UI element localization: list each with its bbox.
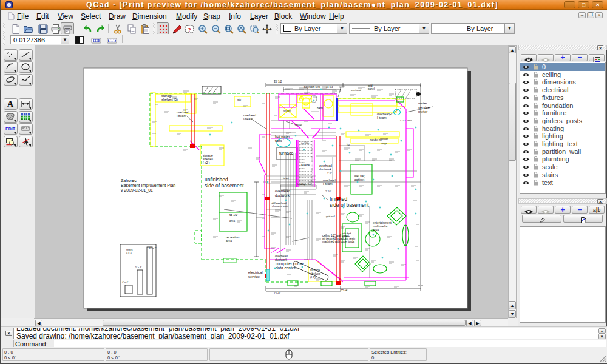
svg-text:data center: data center (276, 266, 296, 270)
svg-text:5' x 4': 5' x 4' (135, 266, 141, 269)
svg-text:1' 6": 1' 6" (327, 172, 332, 175)
svg-text:( x2 ): ( x2 ) (203, 161, 210, 164)
svg-text:shower: shower (283, 109, 292, 112)
svg-text:area: area (226, 239, 232, 243)
svg-text:hot water: hot water (275, 135, 290, 138)
svg-text:bath: bath (317, 106, 323, 110)
svg-text:meter: meter (418, 110, 427, 113)
svg-text:ho: ho (347, 143, 350, 146)
svg-text:4 x 4: 4 x 4 (126, 251, 132, 254)
svg-text:35' 1/2: 35' 1/2 (274, 80, 282, 83)
svg-text:area: area (229, 220, 236, 223)
svg-text:4' x 4': 4' x 4' (122, 281, 128, 284)
svg-text:area: area (373, 228, 379, 232)
svg-text:v 2009-02-01_01: v 2009-02-01_01 (121, 188, 153, 193)
svg-text:machined with upper torda: machined with upper torda (322, 240, 355, 243)
svg-text:clearance point: clearance point (272, 204, 289, 207)
svg-text:sto: sto (237, 98, 242, 101)
svg-text:2' 10": 2' 10" (325, 190, 332, 193)
svg-text:EDIT: EDIT (5, 127, 16, 131)
svg-text:finished: finished (330, 196, 348, 202)
svg-text:side of basement: side of basement (205, 183, 244, 189)
svg-text:15'-8": 15'-8" (274, 292, 281, 295)
svg-text:overhead: overhead (351, 89, 361, 92)
svg-text:electrical: electrical (248, 271, 263, 274)
svg-text:water: water (418, 101, 427, 105)
svg-text:grid wall: grid wall (326, 215, 335, 218)
svg-text:panel: panel (368, 87, 375, 90)
svg-text:side of basement: side of basement (330, 202, 369, 208)
svg-text:I-beam: I-beam (177, 114, 186, 118)
svg-text:fu wo: fu wo (283, 177, 289, 180)
svg-text:unfinished: unfinished (205, 177, 228, 183)
svg-text:35'-4": 35'-4" (341, 288, 348, 292)
svg-text:I-beam: I-beam (377, 116, 387, 120)
svg-text:tank: tank (275, 139, 282, 143)
svg-text:closet: closet (295, 124, 303, 127)
svg-text:overhead: overhead (275, 189, 290, 193)
svg-text:bottom stair: bottom stair (300, 183, 313, 186)
svg-text:stairs: stairs (301, 163, 310, 167)
svg-text:18' x 7': 18' x 7' (149, 246, 157, 249)
svg-text:4' 1/2" wall: 4' 1/2" wall (400, 119, 412, 122)
svg-text:shelves (5): shelves (5) (161, 98, 178, 101)
svg-text:bay/bath sets: bay/bath sets (304, 86, 321, 89)
svg-text:full size: full size (342, 235, 350, 238)
svg-text:top stair: top stair (301, 142, 310, 144)
svg-text:ductwork: ductwork (275, 194, 290, 197)
svg-text:44 3/4: 44 3/4 (326, 86, 333, 89)
svg-text:ductwork: ductwork (319, 167, 332, 171)
svg-text:furnace: furnace (279, 151, 293, 155)
svg-text:service: service (248, 275, 260, 278)
svg-text:cabinet: cabinet (354, 178, 365, 181)
svg-text:storage: storage (380, 137, 388, 140)
svg-text:service: service (418, 106, 430, 109)
svg-text:ledge: ledge (381, 142, 388, 145)
svg-text:I-beam: I-beam (243, 117, 253, 121)
svg-text:65 1/2": 65 1/2" (229, 214, 239, 217)
svg-text:Zahorec: Zahorec (121, 178, 137, 183)
svg-text:Basement Improvement Plan: Basement Improvement Plan (121, 183, 175, 188)
svg-text:A: A (7, 99, 14, 109)
svg-text:I-beam: I-beam (323, 182, 333, 186)
svg-text:?: ? (188, 27, 191, 33)
